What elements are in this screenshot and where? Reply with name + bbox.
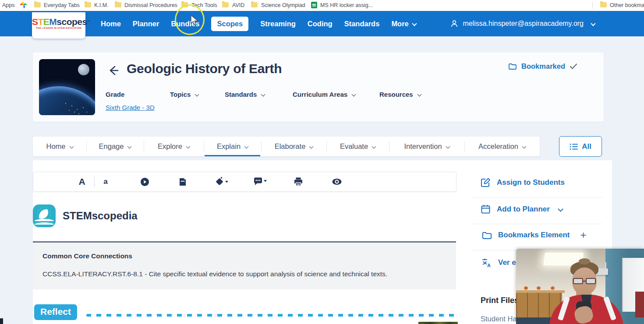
paint-fill-icon bbox=[215, 177, 229, 187]
bookmark-everyday-tabs[interactable]: Everyday Tabs bbox=[44, 2, 80, 8]
earth-graphic bbox=[39, 86, 95, 115]
comments-button[interactable] bbox=[252, 172, 268, 191]
meta-topics-dropdown[interactable]: Topics bbox=[170, 91, 225, 98]
toolbar-divider bbox=[94, 176, 95, 187]
nav-item-home[interactable]: Home bbox=[101, 20, 121, 28]
meta-resources-dropdown[interactable]: Resources bbox=[379, 91, 421, 98]
tab-home[interactable]: Home bbox=[33, 137, 86, 156]
other-bookmarks[interactable]: Other bookma bbox=[610, 2, 644, 8]
all-elements-button[interactable]: All bbox=[559, 136, 602, 157]
chevron-down-icon bbox=[417, 92, 421, 97]
preview-button[interactable] bbox=[330, 172, 343, 191]
folder-icon bbox=[115, 2, 121, 7]
tab-evaluate[interactable]: Evaluate bbox=[326, 137, 389, 156]
assign-to-students-button[interactable]: Assign to Students bbox=[481, 177, 565, 187]
common-core-box: Common Core Connections CCSS.ELA-LITERAC… bbox=[33, 241, 456, 289]
tab-elaborate[interactable]: Elaborate bbox=[261, 137, 326, 156]
scope-header-card: Geologic History of Earth Grade Topics S… bbox=[33, 53, 604, 122]
nav-item-scopes-active[interactable]: Scopes bbox=[211, 17, 248, 31]
font-increase-button[interactable]: A bbox=[75, 172, 88, 191]
translate-icon: A bbox=[481, 257, 492, 268]
folder-icon bbox=[34, 2, 41, 7]
back-button[interactable] bbox=[106, 64, 120, 77]
nav-item-streaming[interactable]: Streaming bbox=[260, 20, 296, 28]
tab-explore[interactable]: Explore bbox=[144, 137, 204, 156]
nav-item-bundles[interactable]: Bundles bbox=[171, 20, 199, 28]
checkmark-icon bbox=[570, 63, 577, 70]
webcam-decor bbox=[537, 286, 541, 290]
chevron-down-icon bbox=[558, 206, 563, 212]
tab-explain-active[interactable]: Explain bbox=[204, 137, 261, 156]
logo-wordmark: STEMscopes™ bbox=[32, 18, 85, 26]
chevron-down-icon bbox=[522, 144, 526, 149]
webcam-overlay bbox=[516, 249, 644, 324]
tab-acceleration[interactable]: Acceleration bbox=[464, 137, 540, 156]
sidebar-divider bbox=[471, 197, 602, 197]
tab-engage[interactable]: Engage bbox=[86, 137, 144, 156]
stemscopes-logo[interactable]: STEMscopes™ THE LEADER IN STEM EDUCATION bbox=[32, 12, 85, 39]
bookmark-kim[interactable]: K.I.M. bbox=[94, 2, 109, 8]
nav-item-more[interactable]: More bbox=[391, 20, 416, 28]
bookmarks-element-button[interactable]: Bookmarks Element + bbox=[482, 231, 586, 239]
chevron-down-icon bbox=[352, 92, 356, 97]
folder-icon bbox=[85, 2, 91, 7]
bookmark-ms-hr-locker[interactable]: MS HR locker assig... bbox=[320, 2, 373, 8]
bookmark-avid[interactable]: AVID bbox=[232, 2, 244, 8]
chevron-down-icon bbox=[591, 21, 595, 26]
webcam-shelf bbox=[635, 292, 644, 317]
meta-curriculum-areas-dropdown[interactable]: Curriculum Areas bbox=[293, 91, 379, 98]
book-page-graphic bbox=[35, 219, 54, 221]
folder-icon bbox=[600, 2, 607, 7]
add-to-planner-label: Add to Planner bbox=[497, 205, 550, 214]
list-icon bbox=[570, 143, 578, 150]
nav-item-coding[interactable]: Coding bbox=[308, 20, 333, 28]
chevron-down-icon bbox=[309, 144, 314, 149]
meta-standards-dropdown[interactable]: Standards bbox=[225, 91, 293, 98]
chevron-down-icon bbox=[412, 21, 417, 26]
bookmark-science-olympiad[interactable]: Science Olympiad bbox=[261, 2, 305, 8]
print-files-student-handout-link[interactable]: Student Han bbox=[481, 315, 521, 323]
webcam-decor bbox=[524, 286, 528, 290]
print-button[interactable] bbox=[292, 172, 305, 191]
sidebar-divider bbox=[471, 224, 602, 224]
bookmarks-separator bbox=[592, 2, 593, 9]
nav-item-planner[interactable]: Planner bbox=[133, 20, 159, 28]
assign-to-students-label: Assign to Students bbox=[497, 178, 565, 187]
folder-icon bbox=[508, 63, 517, 70]
reflect-dashed-rule bbox=[86, 314, 458, 317]
page-title: Geologic History of Earth bbox=[127, 61, 282, 76]
grade-value-link[interactable]: Sixth Grade - 3D bbox=[106, 104, 155, 111]
google-photos-icon[interactable] bbox=[20, 2, 27, 8]
apps-shortcut[interactable]: Apps bbox=[2, 2, 15, 8]
bookmark-tech-tools[interactable]: Tech Tools bbox=[191, 2, 217, 8]
calendar-icon bbox=[481, 204, 491, 214]
printer-icon bbox=[294, 177, 303, 187]
bookmarked-toggle[interactable]: Bookmarked bbox=[508, 62, 577, 70]
glasses-lens bbox=[573, 278, 583, 284]
play-audio-button[interactable] bbox=[138, 172, 151, 191]
tab-intervention[interactable]: Intervention bbox=[389, 137, 464, 156]
highlighter-fill-button[interactable] bbox=[214, 172, 230, 191]
browser-bookmarks-bar: Apps Everyday Tabs K.I.M. Dismissal Proc… bbox=[0, 0, 644, 11]
nav-menu: Home Planner Bundles Scopes Streaming Co… bbox=[101, 11, 416, 36]
account-menu[interactable]: melissa.hinspeter@aspiraacademy.org bbox=[450, 11, 595, 36]
moon-graphic bbox=[78, 64, 89, 75]
bookmarks-element-label: Bookmarks Element bbox=[498, 231, 570, 239]
glossary-button[interactable] bbox=[177, 172, 189, 191]
lesson-stage-tabs: Home Engage Explore Explain Elaborate Ev… bbox=[33, 137, 540, 156]
chevron-down-icon bbox=[372, 144, 376, 149]
bookmark-dismissal-procedures[interactable]: Dismissal Procedures bbox=[124, 2, 177, 8]
comment-bubble-icon bbox=[253, 177, 267, 187]
folder-icon bbox=[181, 2, 188, 7]
book-icon bbox=[179, 177, 187, 187]
screen-corner-artifact bbox=[0, 318, 3, 324]
plus-icon: + bbox=[580, 233, 586, 237]
nav-item-standards[interactable]: Standards bbox=[344, 20, 380, 28]
folder-icon bbox=[482, 231, 492, 239]
view-in-spanish-button[interactable]: A Ver en bbox=[481, 257, 520, 268]
scope-thumbnail-earth bbox=[39, 59, 95, 115]
font-decrease-button[interactable]: a bbox=[99, 172, 112, 191]
common-core-heading: Common Core Connections bbox=[42, 252, 132, 260]
meta-grade-label: Grade bbox=[106, 91, 170, 98]
add-to-planner-button[interactable]: Add to Planner bbox=[481, 204, 563, 214]
